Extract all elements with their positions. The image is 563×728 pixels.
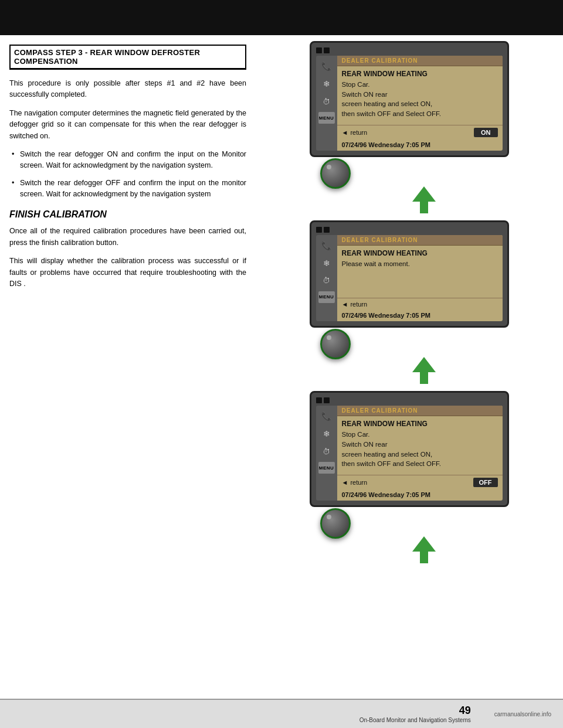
on-button-1[interactable]: ON <box>474 128 498 137</box>
monitor-frame-2: 📞 ❄ ⏱ MENU DEALER CALIBRATION <box>310 220 509 328</box>
screen-header-2: DEALER CALIBRATION <box>337 235 503 246</box>
intro-paragraph-2: The navigation computer determines the m… <box>9 108 246 142</box>
screen-title-2: REAR WINDOW HEATING <box>342 249 498 257</box>
knob-area-1 <box>310 157 509 189</box>
screen-line-1-2: screen heating and select ON, <box>342 99 498 109</box>
menu-button-1[interactable]: MENU <box>318 112 335 124</box>
screen-display-1: DEALER CALIBRATION REAR WINDOW HEATING S… <box>337 56 503 151</box>
menu-button-3[interactable]: MENU <box>318 462 335 474</box>
sidebar-icons-1: 📞 ❄ ⏱ MENU <box>316 56 337 151</box>
monitor-inner-2: 📞 ❄ ⏱ MENU DEALER CALIBRATION <box>316 235 503 322</box>
return-label-1: return <box>350 129 367 136</box>
indicator-sq-2 <box>324 47 330 53</box>
indicator-sq-5 <box>316 397 322 403</box>
indicator-sq-6 <box>324 397 330 403</box>
bullet-list: Switch the rear defogger ON and confirm … <box>9 149 246 200</box>
clock-icon-box-2: ⏱ <box>318 274 335 288</box>
screen-line-3-3: then switch OFF and Select OFF. <box>342 459 498 469</box>
green-arrow-2 <box>412 357 436 384</box>
footer-subtitle: On-Board Monitor and Navigation Systems <box>359 717 471 723</box>
screen-display-3: DEALER CALIBRATION REAR WINDOW HEATING S… <box>337 406 503 501</box>
monitor-inner-1: 📞 ❄ ⏱ MENU DEALER CALIBRATION <box>316 56 503 151</box>
screen-line-3-1: Switch ON rear <box>342 440 498 450</box>
screen-body-2: REAR WINDOW HEATING Please wait a moment… <box>337 246 503 273</box>
arrow-container-1 <box>310 189 509 213</box>
snowflake-icon-box-2: ❄ <box>318 256 335 270</box>
main-content: COMPASS STEP 3 - REAR WINDOW DEFROSTER C… <box>0 35 563 699</box>
knob-area-2 <box>310 328 509 360</box>
screen-datetime-3: 07/24/96 Wednesday 7:05 PM <box>337 489 503 501</box>
intro-paragraph-1: This procedure is only possible after st… <box>9 78 246 101</box>
screen-line-1-3: then switch OFF and Select OFF. <box>342 109 498 119</box>
sidebar-icons-2: 📞 ❄ ⏱ MENU <box>316 235 337 322</box>
green-arrow-3 <box>412 536 436 563</box>
bottom-footer: 49 On-Board Monitor and Navigation Syste… <box>0 699 563 728</box>
monitor-frame-1: 📞 ❄ ⏱ MENU DEALER CALIBRATION <box>310 41 509 157</box>
monitor-inner-3: 📞 ❄ ⏱ MENU DEALER CALIBRATION <box>316 406 503 501</box>
top-indicators-2 <box>316 227 503 233</box>
return-arrow-icon-1: ◄ <box>342 129 348 136</box>
return-label-3: return <box>350 479 367 486</box>
subsection-title: FINISH CALIBRATION <box>9 209 246 220</box>
return-button-2[interactable]: ◄ return <box>342 301 368 308</box>
indicator-sq-1 <box>316 47 322 53</box>
clock-icon-3: ⏱ <box>323 447 330 456</box>
sidebar-icons-3: 📞 ❄ ⏱ MENU <box>316 406 337 501</box>
clock-icon: ⏱ <box>323 97 330 106</box>
clock-icon-2: ⏱ <box>323 276 330 285</box>
screen-footer-2: ◄ return <box>337 298 503 310</box>
return-button-3[interactable]: ◄ return <box>342 479 368 486</box>
footer-right-section: 49 On-Board Monitor and Navigation Syste… <box>359 705 471 723</box>
screen-footer-3: ◄ return OFF <box>337 475 503 489</box>
screen-datetime-2: 07/24/96 Wednesday 7:05 PM <box>337 310 503 321</box>
screen-line-3-0: Stop Car. <box>342 430 498 440</box>
snowflake-icon-3: ❄ <box>323 429 330 438</box>
screen-display-2: DEALER CALIBRATION REAR WINDOW HEATING P… <box>337 235 503 322</box>
snowflake-icon-box-3: ❄ <box>318 427 335 441</box>
phone-icon-box: 📞 <box>318 59 335 73</box>
screen-title-1: REAR WINDOW HEATING <box>342 70 498 78</box>
screen-unit-1: 📞 ❄ ⏱ MENU DEALER CALIBRATION <box>310 41 509 213</box>
phone-icon-3: 📞 <box>321 411 331 421</box>
knob-area-3 <box>310 507 509 539</box>
menu-button-2[interactable]: MENU <box>318 291 335 303</box>
screen-footer-1: ◄ return ON <box>337 125 503 140</box>
snowflake-icon-2: ❄ <box>323 258 330 268</box>
top-indicators-1 <box>316 47 503 53</box>
page-number: 49 <box>459 705 471 717</box>
return-label-2: return <box>350 301 367 308</box>
indicator-sq-3 <box>316 227 322 233</box>
right-column: 📞 ❄ ⏱ MENU DEALER CALIBRATION <box>258 35 563 699</box>
screen-line-2-0: Please wait a moment. <box>342 259 498 269</box>
green-arrow-1 <box>412 186 436 213</box>
left-column: COMPASS STEP 3 - REAR WINDOW DEFROSTER C… <box>0 35 258 699</box>
footer-logo: carmanualsonline.info <box>494 711 551 717</box>
bullet-item-2: Switch the rear defogger OFF and confirm… <box>9 178 246 200</box>
return-button-1[interactable]: ◄ return <box>342 129 368 136</box>
screen-line-1-0: Stop Car. <box>342 80 498 90</box>
bullet-item-1: Switch the rear defogger ON and confirm … <box>9 149 246 172</box>
phone-icon-2: 📞 <box>321 241 331 250</box>
arrow-container-2 <box>310 360 509 384</box>
indicator-sq-4 <box>324 227 330 233</box>
screen-unit-3: 📞 ❄ ⏱ MENU DEALER CALIBRATION <box>310 391 509 563</box>
knob-1[interactable] <box>320 158 351 189</box>
arrow-stem-3 <box>420 552 428 563</box>
off-button-3[interactable]: OFF <box>473 478 498 487</box>
return-arrow-icon-2: ◄ <box>342 301 348 308</box>
snowflake-icon: ❄ <box>323 79 330 89</box>
screen-header-1: DEALER CALIBRATION <box>337 56 503 66</box>
screen-header-3: DEALER CALIBRATION <box>337 406 503 416</box>
monitor-frame-3: 📞 ❄ ⏱ MENU DEALER CALIBRATION <box>310 391 509 507</box>
knob-2[interactable] <box>320 329 351 359</box>
snowflake-icon-box: ❄ <box>318 77 335 91</box>
top-indicators-3 <box>316 397 503 403</box>
knob-3[interactable] <box>320 508 351 539</box>
screen-line-3-2: screen heating and select ON, <box>342 450 498 460</box>
finish-paragraph-1: Once all of the required calibration pro… <box>9 226 246 249</box>
clock-icon-box: ⏱ <box>318 94 335 108</box>
phone-icon: 📞 <box>321 62 331 71</box>
section-title: COMPASS STEP 3 - REAR WINDOW DEFROSTER C… <box>9 45 246 70</box>
return-arrow-icon-3: ◄ <box>342 479 348 486</box>
phone-icon-box-3: 📞 <box>318 409 335 423</box>
